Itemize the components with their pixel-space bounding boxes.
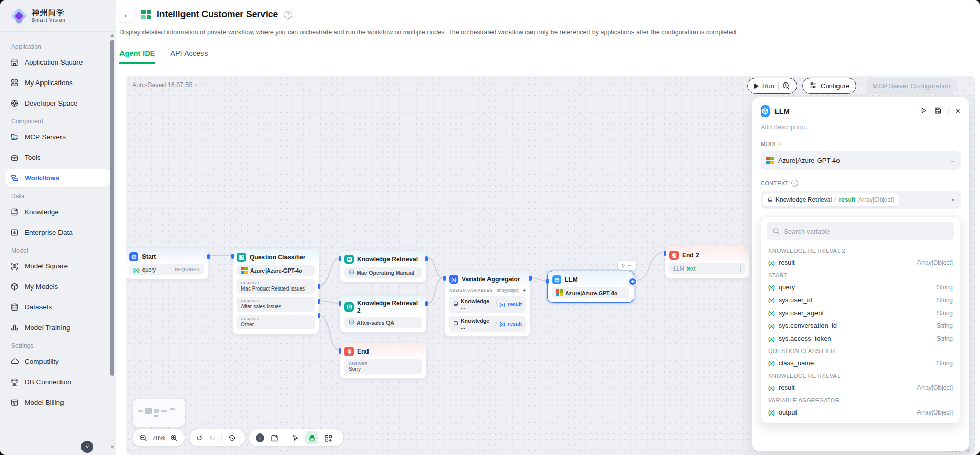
sidebar-item-knowledge[interactable]: Knowledge: [5, 203, 111, 220]
context-help-icon[interactable]: ?: [791, 180, 798, 187]
sidebar-collapse-button[interactable]: ˅: [81, 441, 93, 453]
add-note-icon[interactable]: [271, 434, 279, 442]
input-port[interactable]: [339, 301, 341, 306]
variable-name: sys.conversation_id: [779, 322, 837, 329]
sidebar-item-db-connection[interactable]: DB Connection: [5, 373, 111, 390]
sidebar-item-datasets[interactable]: Datasets: [5, 298, 111, 316]
description-placeholder[interactable]: Add description...: [761, 123, 961, 131]
input-port[interactable]: [546, 279, 549, 284]
class-row-1[interactable]: CLASS 1 Mac Product Related Issues: [237, 279, 315, 294]
scroll-up-icon[interactable]: [110, 34, 114, 37]
sidebar-item-application-square[interactable]: Application Square: [5, 53, 111, 71]
output-port[interactable]: [207, 254, 210, 259]
search-input[interactable]: [784, 228, 948, 235]
help-icon[interactable]: ?: [284, 11, 292, 19]
start-query-row[interactable]: {x} query REQUIRED: [129, 264, 204, 275]
aggregated-variable-row[interactable]: Knowledge ... / (x) result: [449, 316, 526, 332]
end2-output-row[interactable]: LLM text: [669, 263, 745, 274]
variable-option[interactable]: (x) query String: [767, 281, 954, 294]
variable-option[interactable]: (x) result Array[Object]: [767, 381, 954, 394]
context-variable-tag[interactable]: Knowledge Retrieval / result Array[Objec…: [763, 193, 899, 207]
panel-play-icon[interactable]: [920, 107, 927, 116]
scrollbar-thumb[interactable]: [110, 40, 114, 376]
input-port[interactable]: [443, 276, 446, 281]
answer-row[interactable]: ANSWER Sorry: [344, 359, 422, 374]
variable-option[interactable]: (x) sys.conversation_id String: [767, 319, 954, 332]
node-play-icon[interactable]: ▷: [622, 263, 625, 268]
class2-output-port[interactable]: [318, 299, 320, 304]
node-knowledge-retrieval[interactable]: Knowledge Retrieval Mac Operating Manual: [340, 250, 427, 282]
version-history-icon[interactable]: [228, 434, 236, 442]
variable-option[interactable]: (x) sys.access_token String: [767, 332, 954, 345]
variable-option[interactable]: (x) sys.user_agent String: [767, 306, 954, 319]
run-button[interactable]: Run: [747, 78, 797, 94]
add-next-node-button[interactable]: +: [628, 277, 637, 286]
class1-output-port[interactable]: [318, 284, 320, 289]
dataset-row[interactable]: Mac Operating Manual: [344, 267, 422, 278]
output-port[interactable]: [425, 301, 428, 306]
hand-tool-button[interactable]: [305, 431, 318, 444]
sidebar-item-my-applications[interactable]: My Applications: [5, 74, 111, 91]
model-select[interactable]: Azure|Azure-GPT-4o ⌄: [761, 151, 961, 170]
tab-api-access[interactable]: API Access: [170, 49, 208, 64]
dataset-row[interactable]: After-sales QA: [344, 317, 422, 328]
classifier-model-row[interactable]: Azure|Azure-GPT-4o: [237, 265, 315, 276]
context-box[interactable]: Knowledge Retrieval / result Array[Objec…: [761, 191, 961, 209]
class-row-2[interactable]: CLASS 2 After-sales issues: [237, 297, 315, 312]
remove-context-icon[interactable]: ×: [951, 196, 955, 204]
zoom-out-icon[interactable]: [139, 434, 147, 442]
input-port[interactable]: [664, 251, 666, 256]
node-more-icon[interactable]: ⋯: [628, 263, 632, 268]
node-variable-aggregator[interactable]: {x} Variable Aggregator ASSIGN VARIABLES…: [444, 270, 530, 337]
sidebar-item-model-square[interactable]: Model Square: [5, 257, 111, 275]
node-end-2[interactable]: End 2 LLM text: [665, 246, 750, 278]
zoom-level[interactable]: 70%: [152, 435, 165, 442]
variable-option[interactable]: (x) class_name String: [767, 357, 954, 369]
pointer-tool-icon[interactable]: [292, 434, 299, 442]
back-button[interactable]: ←: [119, 7, 135, 23]
sidebar-item-developer-space[interactable]: Developer Space: [5, 94, 111, 112]
panel-save-icon[interactable]: [934, 107, 942, 116]
configure-button[interactable]: Configure: [802, 78, 856, 94]
class-row-3[interactable]: CLASS 3 Other: [237, 315, 315, 329]
node-knowledge-retrieval-2[interactable]: Knowledge Retrieval 2 After-sales QA: [340, 295, 427, 333]
variable-search[interactable]: [767, 222, 954, 240]
organize-layout-icon[interactable]: [324, 434, 333, 442]
input-port[interactable]: [339, 348, 341, 354]
run-history-icon[interactable]: [782, 81, 790, 91]
node-start[interactable]: Start {x} query REQUIRED: [126, 247, 209, 279]
sidebar-item-computility[interactable]: Computility: [5, 353, 111, 370]
sidebar-item-enterprise-data[interactable]: Enterprise Data: [5, 223, 111, 241]
aggregated-variable-row[interactable]: Knowledge ... / (x) result: [449, 296, 526, 313]
sidebar-item-model-training[interactable]: Model Training: [5, 319, 111, 336]
variable-option[interactable]: (x) output Array[Object]: [767, 406, 954, 419]
node-hover-toolbar[interactable]: ▷ ⋯: [618, 261, 636, 270]
llm-model-row[interactable]: Azure|Azure-GPT-4o: [552, 287, 629, 298]
output-port[interactable]: [529, 276, 532, 281]
sidebar-item-my-models[interactable]: My Models: [5, 278, 111, 295]
minimap[interactable]: [133, 399, 185, 427]
add-variable-icon[interactable]: +: [523, 287, 526, 293]
variable-option[interactable]: (x) sys.user_id String: [767, 294, 954, 306]
node-llm[interactable]: ▷ ⋯ LLM Azure|Azure-GPT-4o +: [547, 271, 634, 303]
input-port[interactable]: [339, 256, 341, 261]
scroll-down-icon[interactable]: [110, 446, 114, 449]
sidebar-item-tools[interactable]: Tools: [5, 149, 111, 166]
mcp-server-configuration-button[interactable]: MCP Server Configuration: [865, 78, 957, 94]
sidebar-item-workflows[interactable]: Workflows: [5, 169, 111, 187]
zoom-in-icon[interactable]: [170, 434, 178, 442]
output-port[interactable]: [425, 256, 428, 261]
input-port[interactable]: [231, 254, 234, 259]
add-node-button[interactable]: +: [256, 433, 264, 442]
node-question-classifier[interactable]: Question Classifier Azure|Azure-GPT-4o C…: [232, 248, 319, 334]
node-end[interactable]: End ANSWER Sorry: [340, 342, 427, 379]
undo-icon[interactable]: ↺: [196, 433, 203, 443]
tab-agent-ide[interactable]: Agent IDE: [119, 49, 155, 64]
class3-output-port[interactable]: [318, 313, 320, 318]
sidebar-scrollbar[interactable]: [110, 33, 115, 453]
variable-option[interactable]: (x) result Array[Object]: [767, 256, 954, 269]
sidebar-item-mcp-servers[interactable]: MCP MCP Servers: [5, 128, 111, 146]
panel-close-icon[interactable]: ×: [955, 106, 961, 116]
redo-icon[interactable]: ↻: [209, 433, 216, 443]
sidebar-item-model-billing[interactable]: ¥ Model Billing: [5, 394, 111, 411]
